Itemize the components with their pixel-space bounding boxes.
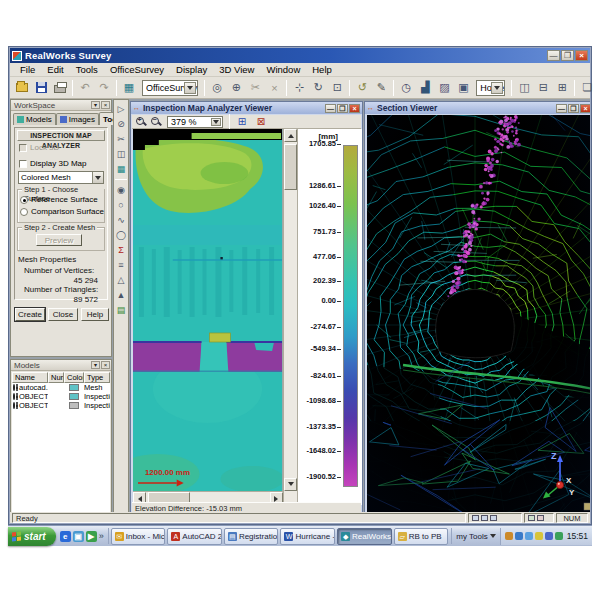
column-name[interactable]: Name xyxy=(12,372,48,383)
update-icon[interactable] xyxy=(505,532,513,540)
section-viewer-titlebar[interactable]: ↔ Section Viewer — ❐ × xyxy=(365,102,590,114)
reference-surface-radio[interactable]: Reference Surface xyxy=(20,195,98,204)
antivirus-icon[interactable] xyxy=(545,532,553,540)
view-combobox[interactable]: Home xyxy=(476,80,505,96)
segment-icon[interactable]: ◫ xyxy=(114,147,128,161)
chevron-down-icon[interactable] xyxy=(491,82,503,94)
column-color[interactable]: Color xyxy=(64,372,84,383)
restore-button[interactable]: ❐ xyxy=(561,50,574,61)
ellipse-tool-icon[interactable]: ◯ xyxy=(114,228,128,242)
column-num[interactable]: Num... xyxy=(48,372,64,383)
inspection-map-canvas[interactable]: 1200.00 mm xyxy=(133,129,283,491)
rotate-icon[interactable]: ↺ xyxy=(353,79,371,96)
child-close-icon[interactable]: × xyxy=(580,104,590,113)
task-realworks-survey[interactable]: ◆RealWorks Survey xyxy=(337,528,392,545)
view-corner-icon[interactable] xyxy=(584,503,590,510)
task-registration-rep[interactable]: ▤Registration Rep... xyxy=(224,528,279,545)
contour-icon[interactable]: ≡ xyxy=(114,258,128,272)
image-icon[interactable]: ▨ xyxy=(435,79,453,96)
volume-icon[interactable] xyxy=(525,532,533,540)
comparison-surface-radio[interactable]: Comparison Surface xyxy=(20,207,104,216)
menu-officesurvey[interactable]: OfficeSurvey xyxy=(104,63,170,76)
workspace-icon[interactable]: ▦ xyxy=(120,79,138,96)
scroll-down-icon[interactable] xyxy=(284,478,297,491)
save-icon[interactable] xyxy=(32,79,50,96)
table-row[interactable]: OBJECT...Inspectio... xyxy=(12,392,110,401)
minimize-button[interactable]: — xyxy=(547,50,560,61)
cut-icon[interactable]: ✂ xyxy=(246,79,264,96)
display-3d-map-checkbox[interactable]: Display 3D Map xyxy=(19,159,86,168)
chevron-down-icon[interactable] xyxy=(211,118,221,126)
quick-launch-overflow-icon[interactable]: » xyxy=(99,531,104,541)
menu-3d-view[interactable]: 3D View xyxy=(213,63,260,76)
chart-icon[interactable]: ▟ xyxy=(416,79,434,96)
visibility-eye-icon[interactable] xyxy=(13,402,15,409)
create-button[interactable]: Create xyxy=(15,308,45,321)
lock-3d-checkbox[interactable]: Lock 3D xyxy=(19,143,59,152)
task-rb-to-pb[interactable]: ▱RB to PB xyxy=(394,528,449,545)
close-dialog-button[interactable]: Close xyxy=(48,308,78,321)
target-icon[interactable]: ◎ xyxy=(208,79,226,96)
visibility-eye-icon[interactable] xyxy=(13,384,15,391)
display-tray-icon[interactable] xyxy=(535,532,543,540)
menu-tools[interactable]: Tools xyxy=(70,63,104,76)
measure-icon[interactable]: Σ xyxy=(114,243,128,257)
start-button[interactable]: start xyxy=(8,527,56,546)
panel-menu-icon[interactable]: ▾ xyxy=(91,361,100,369)
clock-icon[interactable]: ◷ xyxy=(397,79,415,96)
task-hurricane-micro[interactable]: WHurricane - Micro... xyxy=(280,528,335,545)
tile-vertical-icon[interactable]: ⊞ xyxy=(553,79,571,96)
child-minimize-icon[interactable]: — xyxy=(325,104,336,113)
polyline-icon[interactable]: ∿ xyxy=(114,213,128,227)
table-row[interactable]: autocad...Mesh xyxy=(12,383,110,392)
table-row[interactable]: OBJECT...Inspectio... xyxy=(12,401,110,410)
ie-icon[interactable]: e xyxy=(60,531,71,542)
display-icon[interactable]: ▣ xyxy=(454,79,472,96)
scissors-icon[interactable]: ✂ xyxy=(114,132,128,146)
section-3d-view[interactable]: Z X Y xyxy=(367,115,590,513)
zoom-out-icon[interactable]: − xyxy=(149,115,163,128)
undo-icon[interactable]: ↶ xyxy=(76,79,94,96)
zoom-in-icon[interactable]: + xyxy=(134,115,148,128)
panel-menu-icon[interactable]: ▾ xyxy=(91,101,100,109)
preview-button[interactable]: Preview xyxy=(36,234,82,246)
visibility-eye-icon[interactable] xyxy=(13,393,15,400)
profile-combobox[interactable]: OfficeSurvey xyxy=(142,80,198,96)
cascade-window-icon[interactable]: ◫ xyxy=(515,79,533,96)
checkbox-icon[interactable] xyxy=(19,144,27,152)
panel-close-icon[interactable]: × xyxy=(101,361,110,369)
sync-view-icon[interactable]: ⊠ xyxy=(252,113,270,130)
open-icon[interactable] xyxy=(13,79,31,96)
radio-icon[interactable] xyxy=(20,196,28,204)
profile-icon[interactable]: ▤ xyxy=(114,303,128,317)
fit-view-icon[interactable]: ⊞ xyxy=(233,113,251,130)
help-button[interactable]: Help xyxy=(81,308,109,321)
mesh-type-select[interactable]: Colored Mesh xyxy=(18,171,104,184)
redo-icon[interactable]: ↷ xyxy=(95,79,113,96)
select-icon[interactable]: ▷ xyxy=(114,102,128,116)
zoom-extents-icon[interactable]: ⊡ xyxy=(328,79,346,96)
panel-close-icon[interactable]: × xyxy=(101,101,110,109)
media-player-icon[interactable]: ▶ xyxy=(86,531,97,542)
network-icon[interactable] xyxy=(515,532,523,540)
child-restore-icon[interactable]: ❐ xyxy=(337,104,348,113)
v-scroll-thumb[interactable] xyxy=(284,144,297,190)
menu-display[interactable]: Display xyxy=(170,63,213,76)
sample-icon[interactable]: ⊕ xyxy=(227,79,245,96)
close-button[interactable]: × xyxy=(575,50,588,61)
column-type[interactable]: Type xyxy=(84,372,110,383)
tab-models[interactable]: Models xyxy=(13,113,56,125)
pan-icon[interactable]: ⊹ xyxy=(290,79,308,96)
tab-images[interactable]: Images xyxy=(56,113,99,125)
menu-window[interactable]: Window xyxy=(260,63,306,76)
cut-plane-icon[interactable]: ⊘ xyxy=(114,117,128,131)
task-inbox-microsof[interactable]: ✉Inbox - Microsof... xyxy=(111,528,166,545)
inspection-tool-icon[interactable]: ▦ xyxy=(114,162,128,176)
print-icon[interactable] xyxy=(51,79,69,96)
circle-tool-icon[interactable]: ○ xyxy=(114,198,128,212)
menu-help[interactable]: Help xyxy=(306,63,338,76)
delete-icon[interactable]: × xyxy=(265,79,283,96)
eye-icon[interactable]: ◉ xyxy=(114,183,128,197)
checkbox-icon[interactable] xyxy=(19,160,27,168)
show-desktop-icon[interactable]: ▣ xyxy=(73,531,84,542)
